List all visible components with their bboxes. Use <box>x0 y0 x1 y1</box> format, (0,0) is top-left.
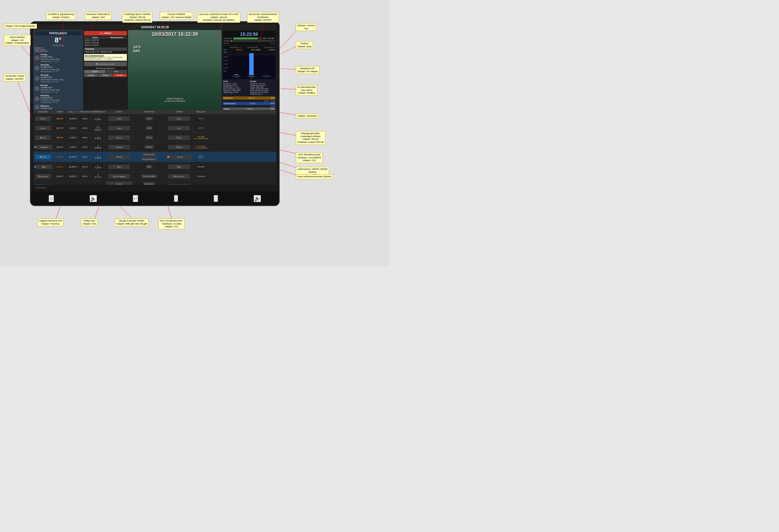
weather-day-name: Freitag <box>41 53 60 56</box>
lara-fenster-btn[interactable]: Lara <box>145 117 153 120</box>
frei-btn[interactable]: Frei <box>106 70 127 73</box>
table-row: Lina 16,7°C 4,50°C 48 % MENTF 0,00 € <box>33 123 277 133</box>
schlafen-licht-btn[interactable]: Schlafzimmer <box>108 174 130 179</box>
annotation-pearl: Pearl Außenthermometer 433MHz <box>296 174 333 179</box>
rpi2-temp: 45D8°C <box>236 49 243 51</box>
camera-icon: ⊙ <box>49 195 53 201</box>
nav-volume-btn[interactable]: 🔊 <box>254 195 261 202</box>
camera-widget[interactable]: 10/03/2017 16:22:39 14°C 54% Letzte Klin… <box>128 30 222 110</box>
schlafen-room-btn[interactable]: Schlafen <box>35 174 51 179</box>
call-row-1: 08.03.17 20:47:45 <box>84 39 127 42</box>
benachrichtigen-btn[interactable]: Benachrichtigen <box>84 62 127 66</box>
cell-lara-rollos: 100 % <box>193 117 209 120</box>
kueche-fenster-rechts-btn[interactable]: Küche Rechts <box>141 157 157 161</box>
annotation-bewegungsmelder: BewegungsmelderLowBudget 433MHzAdapter: … <box>296 131 325 145</box>
elias-fenster-btn[interactable]: Elias <box>145 136 153 139</box>
ferien-btn[interactable]: Ferien <box>99 74 113 77</box>
cell-bad-verbrauch: A 1,02 € <box>91 164 106 169</box>
cell-adrian-temp: 15,5°C <box>53 145 67 149</box>
gesamt-stats: Ersparnis: 612,16 € Vergütung: 236,02 € … <box>250 83 275 95</box>
elias-licht-btn[interactable]: Elias <box>108 135 130 140</box>
call-num-3 <box>106 44 127 47</box>
lina-room-btn[interactable]: Lina <box>35 126 51 130</box>
annotation-lacrosse: LaCrosse Außenthermometer DTH-36ITAdapte… <box>197 12 240 23</box>
download-value: 623 / 15 Sek. <box>263 37 275 40</box>
lara-licht-btn[interactable]: Lara <box>108 116 130 121</box>
upload-row: Upload 0 <box>224 40 275 42</box>
temp-value: 14°C <box>133 45 141 49</box>
elias-tuer-btn[interactable]: Elias <box>168 135 190 140</box>
adrian-licht-btn[interactable]: Adrian <box>108 145 130 150</box>
header-temp: Temp. <box>53 110 67 114</box>
weather-desc: Wolkig (Tag) <box>35 44 82 47</box>
cell-kueche-feuchte: 42 % <box>79 155 91 159</box>
cell-kueche-tueren: Küche <box>166 154 193 160</box>
adrian-tuer-btn[interactable]: Adrian <box>168 145 190 150</box>
pv-bar-pv: PV-Leistung169 <box>230 74 243 78</box>
pv-stats-content: Ersparnis: 1,13 € Vergütung: 0,43 € Stro… <box>223 83 275 95</box>
elias-room-btn[interactable]: Elias <box>35 135 51 140</box>
bad-tuer-btn[interactable]: Bad <box>168 165 190 169</box>
essbereich-sensor: Esbereich 15,7°C 42% <box>223 97 276 100</box>
nav-camera-btn[interactable]: ⊙ <box>49 195 54 202</box>
lara-room-btn[interactable]: Lara <box>35 116 51 121</box>
lina-licht-btn[interactable]: Lina <box>108 126 130 130</box>
adrian-room-btn[interactable]: Adrian <box>37 145 52 150</box>
kindfrei-btn[interactable]: Kindfrei <box>113 74 127 77</box>
pv-bar-pv-fill <box>234 74 239 75</box>
table-row: Bad 20,8°C 21,00°C 51 % A 1,02 € <box>33 162 277 172</box>
table-row: Adrian 15,5°C 4,50°C 44 % M 0,00 € <box>33 142 277 152</box>
adrian-fenster-btn[interactable]: Adrian <box>144 145 154 149</box>
heute-verguetung: Vergütung: 0,43 € <box>223 84 248 86</box>
bad-fenster-btn[interactable]: Bad <box>146 165 153 169</box>
essbereich-temp: 15,7°C <box>248 97 255 99</box>
schlafen-fenster-btn[interactable]: Schlafzimmer <box>141 174 157 178</box>
cell-lara-soll: 15,00°C <box>67 117 79 120</box>
gesamt-prognose1: Prognose von 2,0 kWh <box>250 92 275 93</box>
table-row: Küche 19,8°C 21,00°C 42 % A 1,05 € <box>33 152 277 162</box>
lina-tuer-btn[interactable]: Lina <box>168 126 190 130</box>
nav-speaker-btn[interactable]: 🔈 <box>89 195 97 202</box>
weather-city: PFIFFELBACH <box>35 31 82 36</box>
lara-tuer-btn[interactable]: Lara <box>168 116 190 121</box>
header-heizung: Heizung <box>33 110 53 114</box>
kueche-licht-btn[interactable]: Küche <box>108 155 130 159</box>
weather-day-fri: Freitag 10 März 2017 Teilweise wolkig (T… <box>35 53 82 63</box>
ess-links-btn[interactable]: Ess-Links <box>143 182 155 185</box>
download-bar-container <box>233 38 262 40</box>
wetter-warning-text: Es tritt leichter Frost bis -2 °C auf. I… <box>85 56 126 60</box>
cell-kueche-soll: 21,00°C <box>67 155 79 159</box>
annotation-homematic-stecker: Homematic ZwischensteckerSchaltAktorAdap… <box>247 12 279 23</box>
wochenprogramm-btns: Arbeit Frei <box>84 70 127 73</box>
kueche-tuer-btn[interactable]: Küche <box>170 155 191 159</box>
cell-elias-heizung: Elias <box>33 135 53 140</box>
heute-stats: Ersparnis: 1,13 € Vergütung: 0,43 € Stro… <box>223 83 248 95</box>
call-header: ANRUF <box>84 31 127 36</box>
nav-recent-btn[interactable]: □ <box>214 195 218 202</box>
bad-room-btn[interactable]: Bad <box>37 165 52 169</box>
buero-licht-btn[interactable]: Büro-Licht <box>168 174 190 179</box>
tablet-frame: 10/03/2017 16:22:39 PFIFFELBACH 8° Wolki… <box>30 21 280 206</box>
arbeit-btn[interactable]: Arbeit <box>84 70 105 73</box>
nav-back-btn[interactable]: ↩ <box>133 195 138 202</box>
annotation-ical: Adapter: ical Google-Kalender <box>4 24 37 29</box>
lina-fenster-btn[interactable]: Lina <box>146 126 152 130</box>
bad-temp-val: 20,8°C <box>56 166 63 168</box>
schule-btn[interactable]: Schule <box>84 74 98 77</box>
kueche-room-btn[interactable]: Küche <box>35 155 51 159</box>
essbereich-rollos: 100 % 100 % <box>223 100 276 102</box>
bad-licht-btn[interactable]: Bad <box>108 165 130 169</box>
cell-lina-feuchte: 48 % <box>79 126 91 130</box>
cell-schlafen-fenster: Schlafzimmer <box>133 174 166 179</box>
kueche-fenster-links-btn[interactable]: Küche Links <box>142 153 156 156</box>
pv-bar-netz: Netzbezug3907 <box>244 53 258 78</box>
cell-ir-fenster: Ess-Links Ess-Rechts <box>133 181 166 185</box>
pv-bars-area: PV-Leistung169 Netzbezug3907 Einspeisung… <box>229 56 275 78</box>
cell-schlafen-heizung: Schlafen <box>33 174 53 179</box>
pv-bar-pv-label: PV-Leistung169 <box>232 75 240 78</box>
ir-lampe-btn[interactable]: Lampe <box>106 182 132 185</box>
annotation-anruf: Anrufliste & SignalisierungAdapter: Frit… <box>46 12 75 20</box>
nav-home-btn[interactable]: ○ <box>174 195 178 202</box>
weather-day-desc: Teilweise wolkig (Tag) <box>41 58 60 60</box>
haustuer-label: Haustür <box>197 166 204 168</box>
